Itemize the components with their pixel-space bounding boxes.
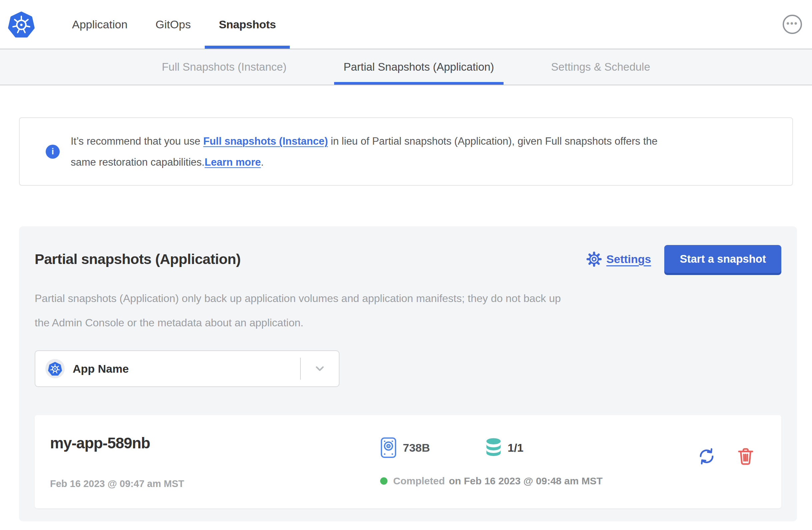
status-dot-icon [380,477,388,485]
banner-text-3: same restoration capabilities. [71,156,204,168]
database-stack-icon [485,438,502,458]
snapshot-started-at: Feb 16 2023 @ 09:47 am MST [50,478,380,489]
snapshots-subnav: Full Snapshots (Instance) Partial Snapsh… [0,49,812,85]
app-logo-badge [45,359,65,378]
trash-icon [737,446,755,466]
snapshot-row-actions [697,446,755,467]
info-banner-line1: It’s recommend that you use Full snapsho… [71,131,657,152]
info-icon: i [46,145,60,159]
kubernetes-logo-icon [8,11,35,38]
snapshot-status-line: Completed on Feb 16 2023 @ 09:48 am MST [380,475,603,487]
full-snapshots-instance-link[interactable]: Full snapshots (Instance) [203,135,328,147]
app-name-select[interactable]: App Name [35,350,339,387]
info-icon-glyph: i [52,146,54,157]
panel-title: Partial snapshots (Application) [35,251,241,267]
select-divider [300,358,301,380]
app-select-value: App Name [73,362,129,376]
nav-tab-snapshots[interactable]: Snapshots [205,0,290,49]
snapshot-metrics: 738B 1/1 [380,437,603,459]
panel-description-line2: the Admin Console or the metadata about … [35,311,781,335]
info-banner-line2: same restoration capabilities.Learn more… [71,152,657,173]
snapshot-volume-count: 1/1 [508,441,523,454]
snapshot-status: Completed [393,475,445,487]
snapshot-volumes-metric: 1/1 [485,438,523,458]
info-banner: i It’s recommend that you use Full snaps… [19,117,793,186]
kubernetes-app-icon [48,362,62,376]
panel-header-actions: Settings Start a snapshot [586,245,781,273]
nav-tab-application[interactable]: Application [58,0,141,49]
delete-snapshot-button[interactable] [737,446,755,467]
banner-text-4: . [261,156,264,168]
banner-text-1: It’s recommend that you use [71,135,203,147]
snapshot-size: 738B [403,441,430,454]
tab-settings-schedule[interactable]: Settings & Schedule [542,49,659,85]
chevron-down-icon [312,361,328,376]
info-banner-text: It’s recommend that you use Full snapsho… [71,131,657,173]
snapshot-size-metric: 738B [380,437,430,459]
restore-icon [697,446,716,466]
banner-text-2: in lieu of Partial snapshots (Applicatio… [328,135,657,147]
panel-header: Partial snapshots (Application) [35,245,781,273]
overflow-menu-button[interactable]: ••• [783,15,802,34]
start-snapshot-button[interactable]: Start a snapshot [664,245,781,273]
nav-tab-gitops[interactable]: GitOps [141,0,205,49]
snapshot-summary: my-app-589nb Feb 16 2023 @ 09:47 am MST [50,434,380,489]
volume-disk-icon [380,437,397,459]
snapshot-settings-link[interactable]: Settings [586,251,651,267]
tab-partial-snapshots-application[interactable]: Partial Snapshots (Application) [334,49,503,85]
restore-snapshot-button[interactable] [697,446,716,467]
settings-link-label: Settings [606,253,651,266]
snapshot-details: 738B 1/1 Completed on Feb 16 2023 @ 09:4… [380,437,603,487]
partial-snapshots-panel: Partial snapshots (Application) [19,226,797,521]
top-nav-bar: Application GitOps Snapshots ••• [0,0,812,49]
ellipsis-icon: ••• [786,19,798,28]
main-nav: Application GitOps Snapshots [58,0,290,49]
snapshot-row: my-app-589nb Feb 16 2023 @ 09:47 am MST [35,415,781,508]
learn-more-link[interactable]: Learn more [204,156,261,168]
gear-icon [586,251,602,267]
snapshot-completed-at: on Feb 16 2023 @ 09:48 am MST [449,475,603,487]
panel-description-line1: Partial snapshots (Application) only bac… [35,286,781,311]
panel-description: Partial snapshots (Application) only bac… [35,286,781,335]
tab-full-snapshots-instance[interactable]: Full Snapshots (Instance) [153,49,296,85]
snapshot-name: my-app-589nb [50,434,380,452]
